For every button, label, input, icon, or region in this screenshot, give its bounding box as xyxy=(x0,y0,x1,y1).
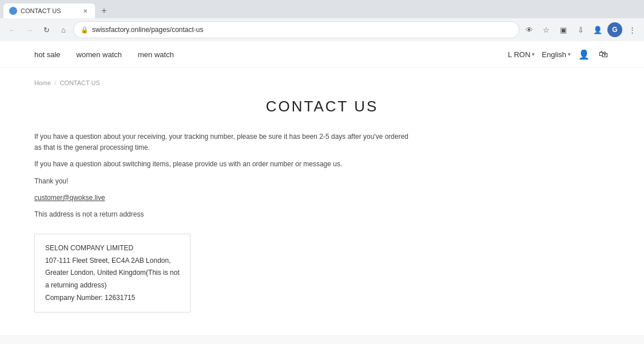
site-header: hot sale women watch men watch L RON ▾ E… xyxy=(0,41,644,68)
nav-women-watch[interactable]: women watch xyxy=(77,50,122,59)
site-wrapper: hot sale women watch men watch L RON ▾ E… xyxy=(0,41,644,344)
profile-icon[interactable]: 👤 xyxy=(590,22,605,37)
eye-icon[interactable]: 👁 xyxy=(522,22,536,37)
contact-email: customer@qwokse.live xyxy=(34,193,412,203)
address-bar[interactable]: 🔒 swissfactory.online/pages/contact-us xyxy=(73,21,519,38)
nav-hot-sale[interactable]: hot sale xyxy=(34,50,61,59)
lock-icon: 🔒 xyxy=(81,26,89,34)
currency-selector[interactable]: L RON ▾ xyxy=(508,50,535,59)
address-note: a returning address) xyxy=(45,279,180,292)
contact-paragraph-2: If you have a question about switching i… xyxy=(34,159,412,170)
active-tab[interactable]: CONTACT US ✕ xyxy=(3,3,95,18)
contact-paragraph-1: If you have a question about your receiv… xyxy=(34,131,412,153)
address-company: SELON COMPANY LIMITED xyxy=(45,242,180,255)
new-tab-button[interactable]: + xyxy=(97,4,111,18)
page-title: CONTACT US xyxy=(34,98,610,115)
cart-icon[interactable]: 🛍 xyxy=(597,48,610,61)
breadcrumb-current: CONTACT US xyxy=(59,79,100,86)
extensions-icon[interactable]: ▣ xyxy=(556,22,571,37)
language-label: English xyxy=(542,50,566,59)
header-actions: L RON ▾ English ▾ 👤 🛍 xyxy=(508,48,610,61)
browser-chrome: CONTACT US ✕ + ← → ↻ ⌂ 🔒 swissfactory.on… xyxy=(0,0,644,41)
bookmark-icon[interactable]: ☆ xyxy=(539,22,554,37)
currency-label: L RON xyxy=(508,50,530,59)
site-footer: Menu title ABOUT US CONTACT US COMMON PR… xyxy=(0,335,644,344)
address-street: 107-111 Fleet Street, EC4A 2AB London, xyxy=(45,255,180,267)
more-options-button[interactable]: ⋮ xyxy=(625,22,639,37)
address-company-number: Company Number: 12631715 xyxy=(45,292,180,305)
main-content: Home / CONTACT US CONTACT US If you have… xyxy=(0,68,644,335)
account-icon[interactable]: 👤 xyxy=(578,48,590,61)
language-chevron-icon: ▾ xyxy=(568,51,571,57)
address-city: Greater London, United Kingdom(This is n… xyxy=(45,267,180,279)
language-selector[interactable]: English ▾ xyxy=(542,50,571,59)
contact-return-note: This address is not a return address xyxy=(34,209,412,220)
breadcrumb-home[interactable]: Home xyxy=(34,79,51,86)
contact-thank-you: Thank you! xyxy=(34,176,412,187)
browser-action-buttons: 👁 ☆ ▣ ⇩ 👤 G ⋮ xyxy=(522,22,639,37)
main-nav: hot sale women watch men watch xyxy=(34,50,174,59)
browser-toolbar: ← → ↻ ⌂ 🔒 swissfactory.online/pages/cont… xyxy=(0,18,644,41)
url-text: swissfactory.online/pages/contact-us xyxy=(92,26,512,34)
reload-button[interactable]: ↻ xyxy=(39,22,54,37)
breadcrumb: Home / CONTACT US xyxy=(34,79,610,86)
currency-chevron-icon: ▾ xyxy=(532,51,535,57)
nav-men-watch[interactable]: men watch xyxy=(138,50,174,59)
contact-email-link[interactable]: customer@qwokse.live xyxy=(34,194,105,202)
address-box: SELON COMPANY LIMITED 107-111 Fleet Stre… xyxy=(34,234,190,313)
tab-favicon xyxy=(9,7,17,15)
tab-bar: CONTACT US ✕ + xyxy=(0,0,644,18)
download-icon[interactable]: ⇩ xyxy=(573,22,588,37)
tab-close-button[interactable]: ✕ xyxy=(81,7,89,15)
forward-button[interactable]: → xyxy=(22,22,37,37)
contact-body: If you have a question about your receiv… xyxy=(34,131,412,313)
home-button[interactable]: ⌂ xyxy=(56,22,71,37)
breadcrumb-separator: / xyxy=(54,79,56,86)
tab-title: CONTACT US xyxy=(21,7,78,14)
back-button[interactable]: ← xyxy=(5,22,19,37)
user-profile-button[interactable]: G xyxy=(607,22,622,37)
